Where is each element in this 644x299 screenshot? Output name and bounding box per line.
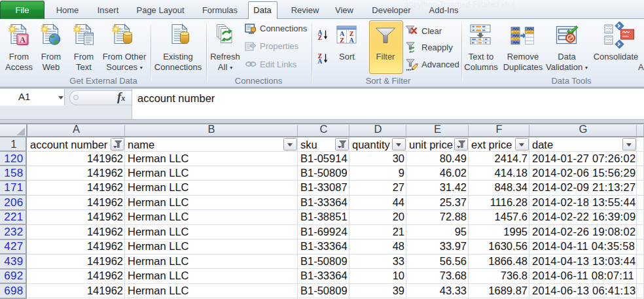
svg-text:Z: Z <box>340 37 344 44</box>
svg-text:A: A <box>318 58 323 64</box>
svg-text:A: A <box>349 37 354 44</box>
svg-text:A: A <box>20 35 26 44</box>
svg-text:Z: Z <box>318 35 322 41</box>
